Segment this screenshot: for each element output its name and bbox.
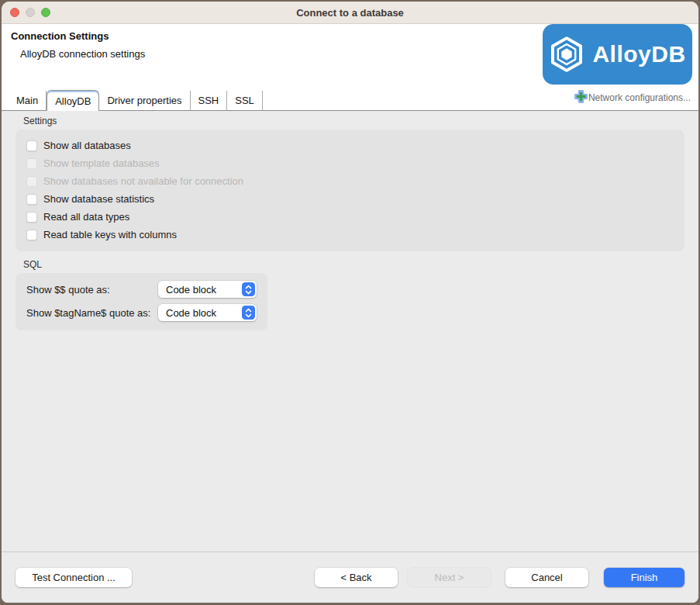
alloydb-logo-text: AlloyDB	[592, 41, 685, 67]
checkbox-row-show-database-statistics[interactable]: Show database statistics	[26, 190, 674, 208]
checkbox-label: Read table keys with columns	[43, 229, 177, 240]
network-configurations-button[interactable]: Network configurations...	[574, 90, 691, 105]
checkbox-row-show-unavailable-databases: Show databases not available for connect…	[26, 172, 674, 190]
back-button[interactable]: < Back	[315, 568, 398, 587]
chevron-up-down-icon	[242, 282, 255, 296]
checkbox-row-read-table-keys[interactable]: Read table keys with columns	[26, 226, 674, 244]
checkbox-label: Show all databases	[43, 140, 131, 151]
tagname-quote-label: Show $tagName$ quote as:	[26, 307, 150, 319]
close-window-button[interactable]	[10, 8, 19, 17]
tab-alloydb[interactable]: AlloyDB	[47, 90, 99, 111]
settings-group-label: Settings	[23, 116, 684, 126]
show-template-databases-checkbox	[26, 158, 37, 169]
cancel-button[interactable]: Cancel	[505, 568, 588, 587]
selected-option-label: Code block	[166, 284, 216, 296]
page-subtitle: AlloyDB connection settings	[20, 48, 145, 60]
minimize-window-button	[26, 8, 35, 17]
zoom-window-button[interactable]	[41, 8, 50, 17]
tab-ssh[interactable]: SSH	[191, 91, 228, 110]
dollar-quote-label: Show $$ quote as:	[26, 284, 110, 296]
sql-row-tagname-quote: Show $tagName$ quote as: Code block	[26, 304, 257, 321]
checkbox-label: Show database statistics	[43, 193, 154, 205]
sql-group-panel: Show $$ quote as: Code block Show $tagNa…	[16, 273, 267, 330]
show-unavailable-databases-checkbox	[26, 176, 37, 187]
tagname-quote-select[interactable]: Code block	[158, 304, 257, 321]
page-title: Connection Settings	[11, 30, 109, 42]
dollar-quote-select[interactable]: Code block	[158, 281, 257, 298]
settings-group-panel: Show all databases Show template databas…	[16, 130, 684, 251]
tab-bar: Main AlloyDB Driver properties SSH SSL N…	[2, 87, 698, 111]
sql-group-label: SQL	[23, 259, 684, 270]
title-bar: Connect to a database	[2, 2, 698, 24]
dialog-footer: Test Connection ... < Back Next > Cancel…	[2, 551, 698, 603]
checkbox-label: Show template databases	[43, 157, 160, 169]
tab-driver-properties[interactable]: Driver properties	[99, 91, 190, 110]
finish-button[interactable]: Finish	[604, 568, 684, 587]
next-button: Next >	[408, 568, 491, 587]
sql-row-dollar-quote: Show $$ quote as: Code block	[26, 281, 257, 298]
show-database-statistics-checkbox[interactable]	[26, 194, 37, 205]
traffic-lights	[10, 8, 50, 17]
chevron-up-down-icon	[242, 306, 255, 320]
dialog-window: Connect to a database Connection Setting…	[2, 2, 698, 603]
alloydb-logo: AlloyDB	[543, 24, 692, 85]
read-all-data-types-checkbox[interactable]	[26, 212, 37, 223]
show-all-databases-checkbox[interactable]	[26, 140, 37, 151]
window-title: Connect to a database	[296, 7, 404, 19]
dialog-header: Connection Settings AlloyDB connection s…	[2, 24, 698, 87]
checkbox-row-show-all-databases[interactable]: Show all databases	[26, 137, 674, 154]
tab-main[interactable]: Main	[8, 91, 47, 110]
test-connection-button[interactable]: Test Connection ...	[16, 568, 132, 587]
tab-content-alloydb: Settings Show all databases Show templat…	[2, 111, 698, 551]
tab-ssl[interactable]: SSL	[227, 91, 263, 110]
checkbox-label: Read all data types	[43, 211, 129, 223]
checkbox-label: Show databases not available for connect…	[43, 175, 243, 187]
read-table-keys-checkbox[interactable]	[26, 230, 37, 240]
add-network-configuration-icon	[574, 90, 588, 105]
selected-option-label: Code block	[166, 307, 216, 319]
checkbox-row-read-all-data-types[interactable]: Read all data types	[26, 208, 674, 226]
alloydb-hexagon-icon	[549, 36, 584, 72]
footer-button-group: < Back Next > Cancel Finish	[315, 568, 684, 587]
network-configurations-label: Network configurations...	[588, 92, 691, 103]
checkbox-row-show-template-databases: Show template databases	[26, 154, 674, 172]
